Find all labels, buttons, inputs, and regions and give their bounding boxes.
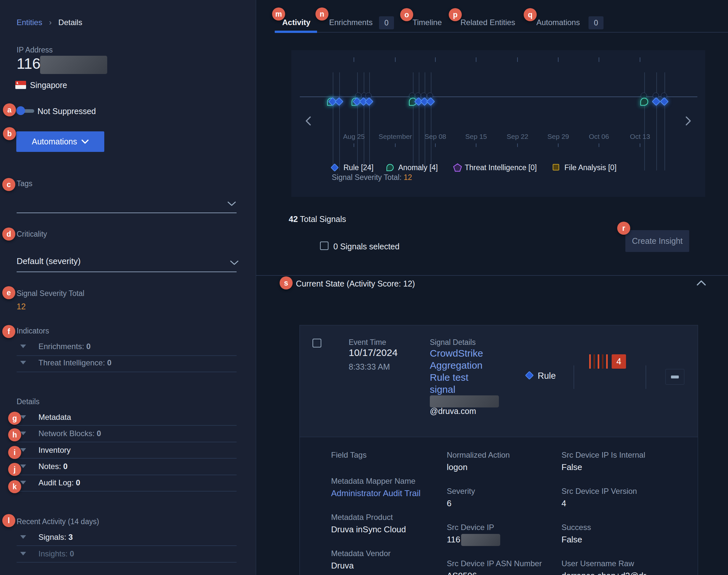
- severity-total-label: Signal Severity Total: [16, 289, 84, 298]
- event-email-suffix: @druva.com: [430, 406, 476, 416]
- expand-triangle-icon[interactable]: [20, 465, 26, 468]
- field-value: AS9506: [447, 571, 477, 575]
- severity-badge: 4: [612, 354, 626, 369]
- collapse-event-button[interactable]: [665, 369, 684, 385]
- collapse-chevron-up-icon[interactable]: [697, 280, 706, 285]
- details-section-label: Details: [16, 397, 39, 406]
- sidebar-item-label: Metadata: [38, 413, 71, 422]
- tags-chevron-down-icon[interactable]: [228, 201, 236, 206]
- signals-selected-label: 0 Signals selected: [333, 242, 400, 251]
- event-time-value: 8:33:33 AM: [349, 362, 390, 372]
- entity-sidebar: Entities › Details IP Address 116. Singa…: [0, 0, 256, 575]
- annotation-marker-i: i: [8, 446, 21, 459]
- signal-name-link[interactable]: CrowdStrikeAggregationRule testsignal: [430, 347, 483, 395]
- chart-severity-total-value: 12: [404, 173, 412, 181]
- event-date: 10/17/2024: [349, 347, 397, 358]
- legend-label-threat-intelligence: Threat Intelligence [0]: [465, 163, 537, 172]
- severity-bar: [602, 354, 603, 369]
- field-value: 6: [447, 498, 451, 508]
- suppression-label: Not Suppressed: [37, 107, 96, 116]
- tab-activity[interactable]: Activity: [282, 18, 311, 27]
- legend-square-icon: [553, 164, 559, 170]
- criticality-chevron-down-icon[interactable]: [230, 261, 239, 265]
- timeline-prev-chevron-icon[interactable]: [305, 116, 312, 126]
- sidebar-item-label: Enrichments: 0: [38, 342, 91, 351]
- sidebar-item-label: Notes: 0: [38, 462, 67, 471]
- event-card-header: Event Time 10/17/2024 8:33:33 AM Signal …: [300, 325, 698, 437]
- signal-hairline: [413, 72, 414, 170]
- chart-severity-total: Signal Severity Total: 12: [332, 173, 412, 182]
- severity-bar: [606, 354, 608, 369]
- create-insight-label: Create Insight: [632, 236, 683, 246]
- breadcrumb-details: Details: [58, 18, 82, 27]
- axis-tick: [558, 57, 559, 62]
- singapore-flag-icon: [15, 81, 26, 89]
- field-value-link[interactable]: Administrator Audit Trail: [331, 488, 421, 498]
- tab-related-entities[interactable]: Related Entities: [460, 18, 515, 27]
- signal-hairline: [369, 72, 370, 170]
- signal-hairline: [431, 72, 431, 170]
- axis-date-label: Sep 08: [425, 133, 446, 140]
- axis-subtick: [435, 143, 436, 147]
- breadcrumb-chevron-icon: ›: [49, 18, 51, 27]
- field-label: Success: [561, 523, 591, 532]
- event-row-checkbox[interactable]: [313, 339, 321, 347]
- annotation-marker-c: c: [2, 178, 15, 191]
- axis-date-label: September: [379, 133, 412, 140]
- anomaly-marker[interactable]: [640, 98, 648, 106]
- indicators-label: Indicators: [16, 327, 49, 335]
- axis-subtick: [599, 143, 599, 147]
- timeline-next-chevron-icon[interactable]: [685, 116, 692, 126]
- tab-timeline[interactable]: Timeline: [413, 18, 442, 27]
- axis-subtick: [476, 143, 477, 147]
- tab-badge-automations: 0: [589, 16, 603, 29]
- axis-tick: [640, 57, 640, 62]
- signal-hairline: [364, 72, 364, 170]
- select-all-signals-checkbox[interactable]: [320, 241, 328, 250]
- axis-date-label: Aug 25: [343, 133, 365, 140]
- expand-triangle-icon[interactable]: [20, 344, 26, 348]
- tab-enrichments[interactable]: Enrichments: [329, 18, 373, 27]
- legend-label-anomaly: Anomaly [4]: [398, 163, 438, 172]
- field-value: False: [561, 462, 582, 472]
- active-tab-underline: [275, 31, 317, 33]
- annotation-marker-k: k: [8, 480, 21, 493]
- legend-leaf-icon: [386, 164, 394, 171]
- signal-hairline: [425, 72, 425, 170]
- axis-subtick: [640, 143, 640, 147]
- axis-date-label: Oct 06: [589, 133, 609, 140]
- tags-select[interactable]: [16, 182, 237, 212]
- field-label: Severity: [447, 487, 475, 496]
- axis-date-label: Sep 22: [507, 133, 528, 140]
- expand-triangle-icon[interactable]: [20, 361, 26, 365]
- annotation-marker-j: j: [8, 463, 21, 476]
- sidebar-item-label: Signals: 3: [38, 533, 73, 542]
- annotation-marker-a: a: [3, 103, 16, 116]
- annotation-marker-l: l: [2, 514, 15, 527]
- signal-hairline: [419, 72, 419, 170]
- expand-triangle-icon[interactable]: [20, 552, 26, 555]
- severity-bar: [593, 354, 595, 369]
- signal-hairline: [664, 72, 665, 170]
- create-insight-button[interactable]: Create Insight: [625, 230, 689, 252]
- redacted-value-blur: [461, 534, 500, 546]
- axis-date-label: Oct 13: [630, 133, 650, 140]
- event-type-label: Rule: [538, 371, 556, 381]
- tab-automations[interactable]: Automations: [536, 18, 580, 27]
- criticality-value[interactable]: Default (severity): [16, 256, 81, 266]
- axis-tick: [395, 57, 395, 62]
- axis-tick: [435, 57, 436, 62]
- expand-triangle-icon[interactable]: [20, 481, 26, 484]
- expand-triangle-icon[interactable]: [20, 535, 26, 539]
- severity-meter: [589, 354, 608, 369]
- field-label: Src Device IP Is Internal: [561, 450, 645, 460]
- suppression-toggle[interactable]: [16, 106, 35, 115]
- signal-hairline: [333, 72, 333, 170]
- breadcrumb-entities-link[interactable]: Entities: [16, 18, 42, 27]
- annotation-marker-q: q: [524, 8, 537, 21]
- entity-type-label: IP Address: [16, 46, 53, 55]
- current-state-title: Current State (Activity Score: 12): [296, 279, 415, 289]
- automations-dropdown-button[interactable]: Automations: [16, 131, 104, 152]
- axis-tick: [517, 57, 518, 62]
- field-label: Src Device IP: [447, 523, 494, 532]
